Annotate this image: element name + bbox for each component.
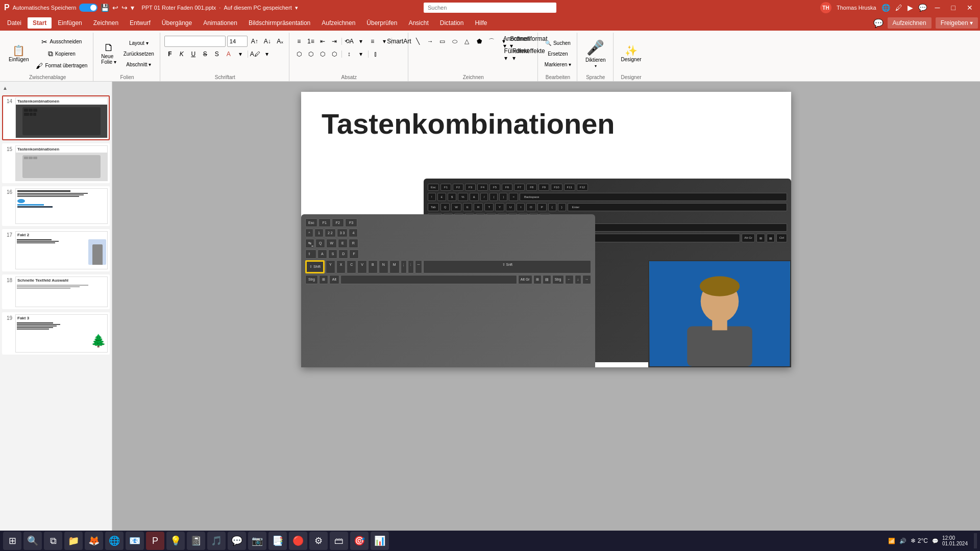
menu-ansicht[interactable]: Ansicht (403, 17, 433, 29)
columns-button[interactable]: ⫿ (370, 48, 381, 60)
slide-thumb-17[interactable]: 17 Fakt 2 (2, 229, 110, 271)
volume-icon[interactable]: 🔊 (899, 538, 906, 544)
align-left-button[interactable]: ⬡ (293, 48, 305, 60)
fontcolor-chevron[interactable]: ▾ (235, 48, 246, 60)
font-smaller-button[interactable]: A↓ (262, 36, 273, 47)
weather-widget[interactable]: ❄ 2°C (911, 537, 928, 544)
menu-dictation[interactable]: Dictation (435, 17, 469, 29)
diktieren-button[interactable]: 🎤 Diktieren ▾ (581, 37, 609, 70)
search-button-taskbar[interactable]: 🔍 (23, 532, 42, 550)
menu-entwurf[interactable]: Entwurf (125, 17, 156, 29)
app11-button[interactable]: 🎯 (350, 532, 369, 550)
slide-thumb-14[interactable]: 14 Tastenkombinationen (2, 95, 110, 140)
app8-button[interactable]: 🔴 (289, 532, 307, 550)
save-icon[interactable]: 💾 (101, 4, 109, 12)
slide-canvas[interactable]: Tastenkombinationen Esc F1 F2 F3 F4 F5 (301, 92, 791, 367)
textrichtung-chevron[interactable]: ▾ (355, 36, 366, 47)
autosave-toggle[interactable] (79, 4, 97, 12)
file-explorer-button[interactable]: 📁 (64, 532, 83, 550)
menu-aufzeichnen[interactable]: Aufzeichnen (316, 17, 360, 29)
linespacing-button[interactable]: ↕ (344, 48, 355, 60)
shape-curve[interactable]: ⌒ (486, 36, 497, 47)
strikethrough-button[interactable]: S (200, 48, 211, 60)
align-right-button[interactable]: ⬡ (317, 48, 328, 60)
taskview-button[interactable]: ⧉ (44, 532, 62, 550)
zuruecksetzen-button[interactable]: Zurücksetzen (121, 48, 157, 59)
present-icon[interactable]: ▶ (908, 4, 913, 12)
indent-more-button[interactable]: ⇥ (329, 36, 340, 47)
linespacing-chevron[interactable]: ▾ (355, 48, 366, 60)
comments-menu-icon[interactable]: 💬 (873, 18, 884, 28)
shape-arrow[interactable]: → (425, 36, 436, 47)
app5-button[interactable]: 🎵 (207, 532, 226, 550)
network-icon[interactable]: 📶 (888, 538, 895, 544)
kontur-button[interactable]: Formeffekte ▾ (523, 49, 534, 60)
mail-button[interactable]: 📧 (126, 532, 144, 550)
underline-button[interactable]: U (188, 48, 199, 60)
menu-freigeben-btn[interactable]: Freigeben ▾ (936, 17, 978, 29)
neue-folie-button[interactable]: 🗋 NeueFolie ▾ (97, 38, 119, 69)
kopieren-button[interactable]: ⧉ Kopieren (33, 48, 90, 60)
highlight-chevron[interactable]: ▾ (261, 48, 273, 60)
shadow-button[interactable]: S (211, 48, 223, 60)
highlight-button[interactable]: A🖊 (250, 48, 261, 60)
undo-icon[interactable]: ↩ (112, 4, 118, 12)
smartart-button[interactable]: SmartArt (394, 36, 405, 47)
shape-line[interactable]: ╲ (412, 36, 424, 47)
custom-icon[interactable]: ▾ (131, 4, 134, 12)
shape-oval[interactable]: ⬭ (449, 36, 460, 47)
app6-button[interactable]: 💬 (228, 532, 246, 550)
designer-button[interactable]: ✨ Designer (618, 38, 645, 69)
ausschneiden-button[interactable]: ✂ Ausschneiden (33, 36, 90, 47)
notification-area[interactable]: 💬 (932, 538, 938, 544)
app3-button[interactable]: 💡 (166, 532, 185, 550)
clear-format-button[interactable]: Aₓ (275, 36, 286, 47)
onenote-button[interactable]: 📑 (268, 532, 287, 550)
markieren-button[interactable]: Markieren ▾ (542, 59, 574, 69)
clock[interactable]: 12:0001.01.2024 (942, 535, 968, 546)
slide-thumb-16[interactable]: 16 (2, 186, 110, 226)
layout-button[interactable]: Layout ▾ (121, 38, 157, 48)
slide-thumb-18[interactable]: 18 Schnelle Textfeld Auswahl (2, 274, 110, 309)
abschnitt-button[interactable]: Abschnitt ▾ (121, 59, 157, 69)
menu-zeichnen[interactable]: Zeichnen (88, 17, 124, 29)
font-bigger-button[interactable]: A↑ (249, 36, 260, 47)
list-ordered-button[interactable]: 1≡ (305, 36, 316, 47)
menu-animationen[interactable]: Animationen (198, 17, 242, 29)
shape-triangle[interactable]: △ (461, 36, 473, 47)
fontcolor-button[interactable]: A (223, 48, 234, 60)
indent-less-button[interactable]: ⇤ (317, 36, 328, 47)
font-size-input[interactable] (227, 36, 248, 47)
close-button[interactable]: ✕ (964, 3, 976, 13)
app7-button[interactable]: 📷 (248, 532, 266, 550)
font-name-input[interactable] (164, 36, 226, 47)
powerpoint-taskbar-btn[interactable]: P (146, 532, 164, 550)
show-desktop-button[interactable] (974, 533, 977, 548)
textrichtung-button[interactable]: ⟲A (344, 36, 355, 47)
ersetzen-button[interactable]: Ersetzen (542, 48, 574, 59)
italic-button[interactable]: K (176, 48, 187, 60)
pen-icon[interactable]: 🖊 (895, 4, 902, 12)
text-ausrichten-button[interactable]: ≡ (367, 36, 378, 47)
menu-hilfe[interactable]: Hilfe (470, 17, 492, 29)
scroll-up-arrow[interactable]: ▲ (1, 84, 9, 92)
format-uebertragen-button[interactable]: 🖌 Format übertragen (33, 60, 90, 71)
menu-datei[interactable]: Datei (2, 17, 27, 29)
menu-einfuegen[interactable]: Einfügen (53, 17, 87, 29)
align-center-button[interactable]: ⬡ (305, 48, 316, 60)
share-icon[interactable]: 🌐 (881, 4, 890, 12)
shape-more[interactable]: ⬟ (474, 36, 485, 47)
excel-button[interactable]: 📊 (371, 532, 389, 550)
einfuegen-button[interactable]: 📋 Einfügen (5, 38, 32, 69)
shape-rect[interactable]: ▭ (437, 36, 448, 47)
list-unordered-button[interactable]: ≡ (293, 36, 305, 47)
save-location-chevron[interactable]: ▾ (295, 5, 298, 11)
user-initials-badge[interactable]: TH (820, 2, 831, 13)
comments-icon[interactable]: 💬 (918, 4, 927, 12)
menu-aufzeichnen-btn[interactable]: Aufzeichnen (888, 17, 932, 29)
redo-icon[interactable]: ↪ (121, 4, 128, 12)
schnellformat-button[interactable]: Schnellformat ▾ (523, 37, 534, 48)
app4-button[interactable]: 📓 (187, 532, 205, 550)
search-input[interactable] (424, 3, 556, 13)
app9-button[interactable]: ⚙ (309, 532, 328, 550)
